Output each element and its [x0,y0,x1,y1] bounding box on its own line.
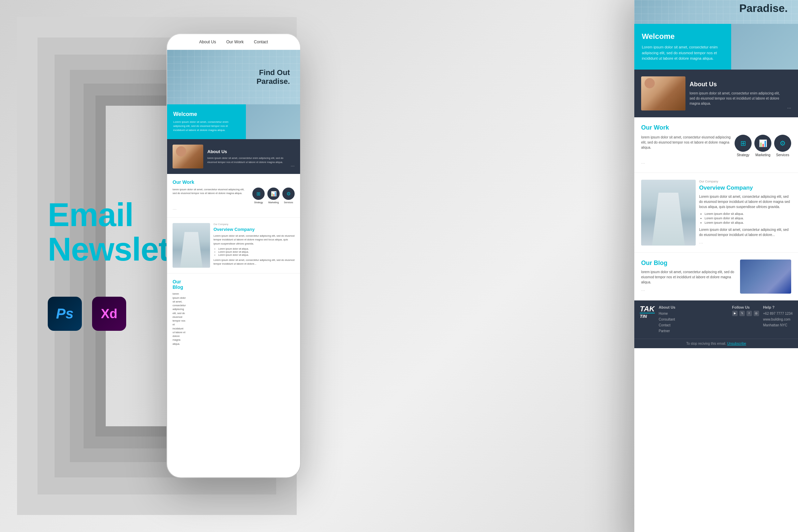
overview-list-item-1-left: Lorem ipsum dolor sit aliqua. [218,248,295,250]
marketing-label-left: Marketing [268,201,279,204]
overview-list-right: Lorem ipsum dolor sit aliqua. Lorem ipsu… [699,212,791,224]
services-icon-right: ⚙ [774,135,791,152]
about-body-left: lorem ipsum dolor sit amet, consectetur … [207,156,286,164]
overview-list-left: Lorem ipsum dolor sit aliqua. Lorem ipsu… [213,248,295,256]
welcome-section-right: Welcome Lorem ipsum dolor sit amet, cons… [634,24,798,70]
about-body-right: lorem ipsum dolor sit amet, consectetur … [690,91,783,106]
hero-heading-right: Find Out Paradise. [739,0,788,15]
unsubscribe-link[interactable]: Unsubscribe [727,342,746,345]
overview-footer-left: Lorem ipsum dolor sit amet, consectetur … [213,258,295,266]
company-label-right: Our Company [699,180,791,183]
instagram-icon[interactable]: ◎ [754,311,759,316]
hero-section-left: Find Out Paradise. [167,50,300,104]
overview-building-right [641,180,696,246]
about-content-left: About Us lorem ipsum dolor sit amet, con… [207,149,286,164]
footer-help-section: Help ? +62 897 7777 1234 www.building.co… [763,305,793,328]
services-label-right: Services [776,153,789,157]
work-body-right: lorem ipsum dolor sit amet, consectetur … [641,135,731,150]
work-icon-marketing-right: 📊 Marketing [754,135,771,157]
overview-list-item-3-left: Lorem ipsum dolor sit aliqua. [218,254,295,256]
twitter-icon[interactable]: 𝕏 [739,311,745,316]
welcome-left-panel-right: Welcome Lorem ipsum dolor sit amet, cons… [634,24,731,70]
welcome-body: Lorem ipsum dolor sit amet, consectetur … [173,120,240,132]
work-body-left: lorem ipsum dolor sit amet, consectetur … [173,188,249,195]
footer-help-heading: Help ? [763,305,793,309]
about-section-left: About Us lorem ipsum dolor sit amet, con… [167,139,300,174]
overview-section-right: Our Company Overview Company Lorem ipsum… [634,173,798,252]
footer-city: Manhattan NYC [763,322,793,328]
work-content-left: lorem ipsum dolor sit amet, consectetur … [173,188,295,204]
hero-heading-left: Find Out Paradise. [256,68,290,86]
strategy-icon-left: ⊞ [252,188,265,200]
unsub-text: To stop reciving this email. Unsubscribe [640,342,793,345]
footer-social-section: Follow Us ▶ 𝕏 f ◎ [732,305,759,316]
work-heading-right: Our Work [641,124,791,131]
work-text-left: lorem ipsum dolor sit amet, consectetur … [173,188,249,195]
overview-body-left: Lorem ipsum dolor sit amet, consectetur … [213,234,295,246]
work-icon-services-right: ⚙ Services [774,135,791,157]
overview-building-left [173,223,210,268]
footer-link-home[interactable]: Home [659,311,728,316]
welcome-body-right: Lorem ipsum dolor sit amet, consectetur … [642,44,724,61]
building-photo-right [641,180,696,246]
work-section-right: Our Work lorem ipsum dolor sit amet, con… [634,117,798,173]
welcome-right-img-right [731,24,798,70]
work-content-right: lorem ipsum dolor sit amet, consectetur … [641,135,791,157]
work-icons-right: ⊞ Strategy 📊 Marketing ⚙ Services [735,135,791,157]
building-photo-left [173,223,210,268]
work-dots-left: ··· [173,206,295,212]
overview-list-item-1-right: Lorem ipsum dolor sit aliqua. [705,212,791,216]
youtube-icon[interactable]: ▶ [732,311,738,316]
person-photo-left [173,145,203,168]
footer-link-contact[interactable]: Contact [659,322,728,328]
social-icons-group: ▶ 𝕏 f ◎ [732,311,759,316]
overview-dots-right: ··· [699,240,791,246]
services-icon-left: ⚙ [282,188,295,200]
adobexd-icon: Xd [92,297,126,331]
blog-dots-right: ··· [641,287,737,293]
footer-phone: +62 897 7777 1234 [763,311,793,316]
company-label-left: Our Company [213,223,295,225]
footer-about-heading: About Us [659,305,728,309]
work-icon-services-left: ⚙ Services [282,188,295,204]
footer-link-consultant[interactable]: Consultant [659,316,728,322]
about-heading-right: About Us [690,81,783,88]
blog-content-left: Our Blog lorem ipsum dolor sit amet, con… [173,279,186,346]
work-section-left: Our Work lorem ipsum dolor sit amet, con… [167,174,300,217]
footer-logo: TAK TIN [640,305,655,319]
welcome-heading-right: Welcome [642,32,724,41]
overview-content-left: Our Company Overview Company Lorem ipsum… [213,223,295,268]
blog-heading-right: Our Blog [641,260,737,267]
blog-body-right: lorem ipsum dolor sit amet, consectetur … [641,269,737,285]
nav-ourwork-left[interactable]: Our Work [226,40,243,44]
software-icons-section: Ps Xd [48,297,126,331]
footer-links-section: About Us Home Consultant Contact Partner [659,305,728,334]
about-heading-left: About Us [207,149,286,154]
footer-website: www.building.com [763,316,793,322]
about-content-right: About Us lorem ipsum dolor sit amet, con… [690,81,783,106]
strategy-icon-right: ⊞ [735,135,752,152]
hero-section-right: Find Out Paradise. [634,0,798,24]
hero-text-left: Find Out Paradise. [256,68,290,86]
overview-body-right: Lorem ipsum dolor sit amet, consectetur … [699,194,791,209]
nav-about-left[interactable]: About Us [199,40,216,44]
overview-footer-right: Lorem ipsum dolor sit amet, consectetur … [699,227,791,237]
hero-text-right: Find Out Paradise. [739,0,788,15]
blog-heading-left: Our Blog [173,279,186,290]
footer-logo-text: TAK TIN [640,305,655,319]
overview-heading-left: Overview Company [213,227,295,232]
footer-follow-heading: Follow Us [732,305,759,309]
newsletter-content-right: Find Out Paradise. Welcome Lorem ipsum d… [634,0,798,348]
nav-contact-left[interactable]: Contact [254,40,268,44]
strategy-label-right: Strategy [737,153,749,157]
footer-unsub-bar: To stop reciving this email. Unsubscribe [634,339,798,348]
about-section-right: About Us lorem ipsum dolor sit amet, con… [634,70,798,117]
footer-link-partner[interactable]: Partner [659,328,728,334]
work-icons-left: ⊞ Strategy 📊 Marketing ⚙ Services [252,188,295,204]
welcome-heading: Welcome [173,111,240,117]
phone-mockup-left: About Us Our Work Contact Find Out Parad… [167,34,300,477]
facebook-icon[interactable]: f [747,311,752,316]
services-label-left: Services [284,201,293,204]
photoshop-icon: Ps [48,297,82,331]
work-icon-strategy-right: ⊞ Strategy [735,135,752,157]
